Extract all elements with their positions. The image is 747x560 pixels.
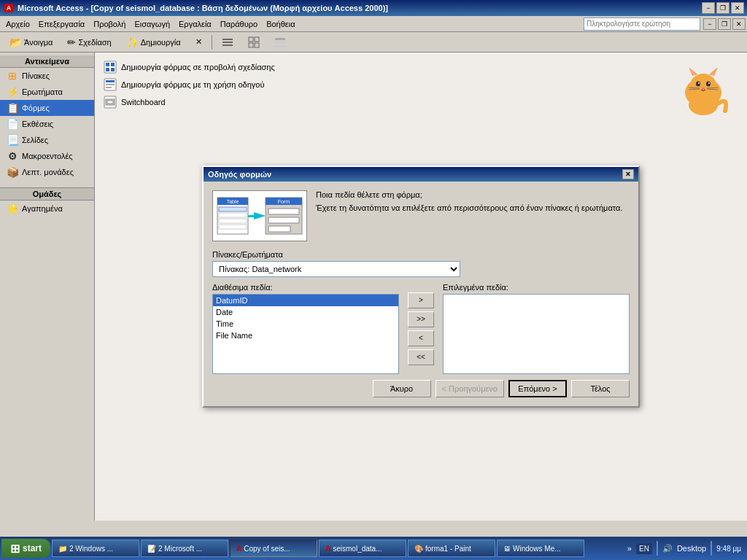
start-icon: ⊞ xyxy=(10,542,20,556)
svg-rect-10 xyxy=(275,42,285,44)
move-all-right-button[interactable]: >> xyxy=(408,311,434,327)
objects-group-label: Αντικείμενα xyxy=(0,55,94,68)
taskbar-item-word[interactable]: 📝 2 Microsoft ... xyxy=(141,540,228,557)
sidebar-item-queries[interactable]: Ερωτήματα xyxy=(0,84,94,100)
taskbar-more[interactable]: » xyxy=(627,544,632,553)
back-button[interactable]: < Προηγούμενο xyxy=(436,380,504,397)
design-button[interactable]: ✏ Σχεδίαση xyxy=(61,34,117,50)
move-buttons: > >> < << xyxy=(405,283,437,374)
tables-select[interactable]: Πίνακας: Data_network xyxy=(212,261,460,277)
sidebar-reports-label: Εκθέσεις xyxy=(22,120,53,128)
menu-view[interactable]: Προβολή xyxy=(89,18,130,30)
fields-area: Διαθέσιμα πεδία: DatumID Date Time File … xyxy=(212,283,630,374)
svg-rect-8 xyxy=(255,43,259,47)
selected-fields-list[interactable] xyxy=(443,294,630,374)
new-button[interactable]: ✨ Δημιουργία xyxy=(120,34,187,50)
open-button[interactable]: 📂 Άνοιγμα xyxy=(3,34,59,50)
inner-restore-button[interactable]: ❐ xyxy=(718,18,731,30)
next-button[interactable]: Επόμενο > xyxy=(508,380,567,397)
dialog-title: Οδηγός φορμών xyxy=(208,170,271,179)
sidebar-item-tables[interactable]: Πίνακες xyxy=(0,68,94,84)
taskbar-item-windows1[interactable]: 📁 2 Windows ... xyxy=(52,540,139,557)
field-date[interactable]: Date xyxy=(213,306,398,318)
app-icon: A xyxy=(3,2,15,14)
menu-file[interactable]: Αρχείο xyxy=(1,18,34,30)
module-icon xyxy=(6,166,19,178)
taskbar-item-copy-seis[interactable]: A Copy of seis... xyxy=(230,540,317,557)
taskbar-seismol-label: seismol_data... xyxy=(333,545,382,553)
taskbar-word-icon: 📝 xyxy=(147,545,156,553)
close-x-button[interactable]: ✕ xyxy=(189,34,209,50)
content-area: Δημιουργία φόρμας σε προβολή σχεδίασης Δ… xyxy=(95,52,747,521)
svg-rect-43 xyxy=(219,207,247,211)
field-time[interactable]: Time xyxy=(213,318,398,330)
inner-close-button[interactable]: ✕ xyxy=(732,18,746,30)
sidebar-item-forms[interactable]: Φόρμες xyxy=(0,100,94,116)
speaker-icon: 🔊 xyxy=(662,544,673,553)
sidebar-item-pages[interactable]: Σελίδες xyxy=(0,132,94,148)
minimize-button[interactable]: − xyxy=(702,2,715,14)
selected-fields-label: Επιλεγμένα πεδία: xyxy=(443,283,630,292)
query-icon xyxy=(6,86,19,98)
menu-bar: Αρχείο Επεξεργασία Προβολή Εισαγωγή Εργα… xyxy=(0,16,747,32)
form-wizard-dialog: Οδηγός φορμών ✕ Table xyxy=(202,166,640,408)
finish-button[interactable]: Τέλος xyxy=(571,380,630,397)
sidebar: Αντικείμενα Πίνακες Ερωτήματα Φόρμες Εκθ… xyxy=(0,52,95,521)
taskbar-desktop-label[interactable]: Desktop xyxy=(677,544,706,553)
inner-minimize-button[interactable]: − xyxy=(703,18,716,30)
grid-icon xyxy=(248,36,260,48)
move-one-right-button[interactable]: > xyxy=(408,292,434,308)
svg-rect-2 xyxy=(222,39,233,40)
start-label: start xyxy=(23,543,42,553)
toolbar-separator xyxy=(212,35,212,50)
field-datum-id[interactable]: DatumID xyxy=(213,295,398,306)
sidebar-item-macros[interactable]: Μακροεντολές xyxy=(0,148,94,164)
field-filename[interactable]: File Name xyxy=(213,330,398,341)
taskbar-item-seismol[interactable]: A seismol_data... xyxy=(319,540,406,557)
taskbar-item-windows2[interactable]: 🖥 Windows Me... xyxy=(497,540,584,557)
start-button[interactable]: ⊞ start xyxy=(1,539,50,558)
taskbar-copy-label: Copy of seis... xyxy=(244,545,290,553)
sidebar-item-modules[interactable]: Λεπτ. μονάδες xyxy=(0,164,94,180)
dialog-body: Table Form xyxy=(204,182,638,406)
svg-rect-48 xyxy=(248,215,255,217)
close-button[interactable]: ✕ xyxy=(731,2,744,14)
icon-btn-1[interactable] xyxy=(215,34,240,50)
svg-rect-6 xyxy=(255,37,259,42)
main-area: Αντικείμενα Πίνακες Ερωτήματα Φόρμες Εκθ… xyxy=(0,52,747,521)
selected-fields-col: Επιλεγμένα πεδία: xyxy=(443,283,630,374)
menu-edit[interactable]: Επεξεργασία xyxy=(34,18,89,30)
dialog-buttons: Άκυρο < Προηγούμενο Επόμενο > Τέλος xyxy=(212,380,630,397)
favorites-icon xyxy=(6,203,19,214)
move-one-left-button[interactable]: < xyxy=(408,330,434,346)
move-all-left-button[interactable]: << xyxy=(408,349,434,365)
svg-rect-7 xyxy=(249,43,253,47)
icon-btn-2[interactable] xyxy=(241,34,266,50)
svg-text:Table: Table xyxy=(227,199,239,204)
available-fields-list[interactable]: DatumID Date Time File Name xyxy=(212,294,399,374)
dialog-tables-section: Πίνακες/Ερωτήματα Πίνακας: Data_network xyxy=(212,250,630,277)
svg-marker-47 xyxy=(254,212,266,219)
taskbar-seismol-icon: A xyxy=(325,545,330,553)
taskbar-item-paint[interactable]: 🎨 forma1 - Paint xyxy=(408,540,495,557)
restore-button[interactable]: ❐ xyxy=(716,2,729,14)
sidebar-tables-label: Πίνακες xyxy=(22,71,50,80)
cancel-button[interactable]: Άκυρο xyxy=(373,380,431,397)
close-x-icon: ✕ xyxy=(196,37,202,47)
dialog-close-button[interactable]: ✕ xyxy=(622,169,634,179)
new-label: Δημιουργία xyxy=(141,38,181,47)
search-input[interactable] xyxy=(584,18,700,31)
tables-label: Πίνακες/Ερωτήματα xyxy=(212,250,630,259)
svg-rect-52 xyxy=(268,209,299,214)
title-bar: A Microsoft Access - [Copy of seismol_da… xyxy=(0,0,747,16)
sidebar-item-reports[interactable]: Εκθέσεις xyxy=(0,116,94,132)
icon-btn-3[interactable] xyxy=(268,34,293,50)
menu-window[interactable]: Παράθυρο xyxy=(216,18,262,30)
menu-insert[interactable]: Εισαγωγή xyxy=(130,18,174,30)
menu-help[interactable]: Βοήθεια xyxy=(262,18,299,30)
sidebar-favorites-label: Αγαπημένα xyxy=(22,204,63,213)
sidebar-pages-label: Σελίδες xyxy=(22,136,48,144)
sidebar-item-favorites[interactable]: Αγαπημένα xyxy=(0,201,94,217)
menu-tools[interactable]: Εργαλεία xyxy=(174,18,216,30)
taskbar-clock: 9:48 μμ xyxy=(716,545,741,553)
